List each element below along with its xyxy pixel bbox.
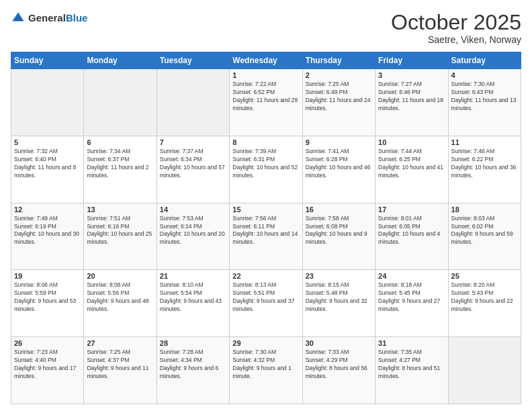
day-info: Sunrise: 8:15 AM Sunset: 5:48 PM Dayligh… <box>306 281 372 314</box>
calendar-table: SundayMondayTuesdayWednesdayThursdayFrid… <box>11 52 521 404</box>
header: GeneralBlue October 2025 Saetre, Viken, … <box>11 11 521 45</box>
day-info: Sunrise: 7:28 AM Sunset: 4:34 PM Dayligh… <box>160 349 226 381</box>
calendar-day-header: Saturday <box>448 52 521 69</box>
day-number: 26 <box>14 339 81 347</box>
calendar-cell: 11Sunrise: 7:46 AM Sunset: 6:22 PM Dayli… <box>448 136 521 203</box>
day-info: Sunrise: 7:33 AM Sunset: 4:29 PM Dayligh… <box>306 349 372 381</box>
day-info: Sunrise: 7:32 AM Sunset: 6:40 PM Dayligh… <box>14 148 81 180</box>
page: GeneralBlue October 2025 Saetre, Viken, … <box>0 0 532 411</box>
day-number: 5 <box>14 138 81 146</box>
logo-general: General <box>28 12 66 24</box>
day-number: 17 <box>378 205 445 214</box>
day-number: 15 <box>232 205 299 214</box>
calendar-cell: 21Sunrise: 8:10 AM Sunset: 5:54 PM Dayli… <box>157 270 229 337</box>
calendar-cell <box>157 69 229 136</box>
day-number: 11 <box>451 138 518 146</box>
calendar-week-row: 19Sunrise: 8:06 AM Sunset: 5:59 PM Dayli… <box>11 270 521 337</box>
calendar-cell: 7Sunrise: 7:37 AM Sunset: 6:34 PM Daylig… <box>157 136 229 203</box>
day-info: Sunrise: 7:46 AM Sunset: 6:22 PM Dayligh… <box>451 148 518 180</box>
calendar-cell <box>84 69 157 136</box>
calendar-week-row: 26Sunrise: 7:23 AM Sunset: 4:40 PM Dayli… <box>11 337 521 404</box>
calendar-cell: 8Sunrise: 7:39 AM Sunset: 6:31 PM Daylig… <box>230 136 302 203</box>
day-info: Sunrise: 7:25 AM Sunset: 4:37 PM Dayligh… <box>87 349 153 381</box>
calendar-cell: 14Sunrise: 7:53 AM Sunset: 6:14 PM Dayli… <box>157 203 229 270</box>
day-info: Sunrise: 8:06 AM Sunset: 5:59 PM Dayligh… <box>14 281 81 314</box>
day-number: 18 <box>451 205 518 214</box>
day-info: Sunrise: 8:18 AM Sunset: 5:45 PM Dayligh… <box>378 281 445 314</box>
calendar-day-header: Thursday <box>302 52 375 69</box>
day-number: 21 <box>160 272 226 280</box>
calendar-cell: 15Sunrise: 7:56 AM Sunset: 6:11 PM Dayli… <box>230 203 302 270</box>
day-info: Sunrise: 7:51 AM Sunset: 6:16 PM Dayligh… <box>87 215 153 247</box>
calendar-day-header: Tuesday <box>157 52 229 69</box>
day-number: 30 <box>306 339 372 347</box>
day-number: 4 <box>451 71 518 79</box>
day-number: 2 <box>306 71 372 79</box>
day-number: 24 <box>378 272 445 280</box>
day-info: Sunrise: 7:56 AM Sunset: 6:11 PM Dayligh… <box>232 215 299 247</box>
day-number: 10 <box>378 138 445 146</box>
day-info: Sunrise: 8:10 AM Sunset: 5:54 PM Dayligh… <box>160 281 226 314</box>
calendar-cell: 4Sunrise: 7:30 AM Sunset: 6:43 PM Daylig… <box>448 69 521 136</box>
day-number: 13 <box>87 205 153 214</box>
calendar-day-header: Monday <box>84 52 157 69</box>
day-info: Sunrise: 7:25 AM Sunset: 6:49 PM Dayligh… <box>306 81 372 113</box>
day-number: 7 <box>160 138 226 146</box>
calendar-cell: 30Sunrise: 7:33 AM Sunset: 4:29 PM Dayli… <box>302 337 375 404</box>
calendar-day-header: Sunday <box>11 52 84 69</box>
day-number: 20 <box>87 272 153 280</box>
day-number: 31 <box>378 339 445 347</box>
day-info: Sunrise: 7:49 AM Sunset: 6:19 PM Dayligh… <box>14 215 81 247</box>
day-number: 14 <box>160 205 226 214</box>
calendar-cell: 24Sunrise: 8:18 AM Sunset: 5:45 PM Dayli… <box>375 270 448 337</box>
calendar-cell: 16Sunrise: 7:58 AM Sunset: 6:08 PM Dayli… <box>302 203 375 270</box>
day-info: Sunrise: 7:35 AM Sunset: 4:27 PM Dayligh… <box>378 349 445 381</box>
day-number: 22 <box>232 272 299 280</box>
calendar-cell: 18Sunrise: 8:03 AM Sunset: 6:02 PM Dayli… <box>448 203 521 270</box>
calendar-day-header: Friday <box>375 52 448 69</box>
calendar-cell: 19Sunrise: 8:06 AM Sunset: 5:59 PM Dayli… <box>11 270 84 337</box>
logo-icon <box>11 11 26 26</box>
calendar-cell <box>448 337 521 404</box>
calendar-cell: 28Sunrise: 7:28 AM Sunset: 4:34 PM Dayli… <box>157 337 229 404</box>
day-number: 19 <box>14 272 81 280</box>
calendar-cell: 6Sunrise: 7:34 AM Sunset: 6:37 PM Daylig… <box>84 136 157 203</box>
logo: GeneralBlue <box>11 11 87 26</box>
calendar-cell: 17Sunrise: 8:01 AM Sunset: 6:05 PM Dayli… <box>375 203 448 270</box>
day-info: Sunrise: 7:58 AM Sunset: 6:08 PM Dayligh… <box>306 215 372 247</box>
day-number: 12 <box>14 205 81 214</box>
calendar-cell: 2Sunrise: 7:25 AM Sunset: 6:49 PM Daylig… <box>302 69 375 136</box>
calendar-cell: 3Sunrise: 7:27 AM Sunset: 6:46 PM Daylig… <box>375 69 448 136</box>
calendar-cell: 10Sunrise: 7:44 AM Sunset: 6:25 PM Dayli… <box>375 136 448 203</box>
calendar-cell: 25Sunrise: 8:20 AM Sunset: 5:43 PM Dayli… <box>448 270 521 337</box>
calendar-cell: 27Sunrise: 7:25 AM Sunset: 4:37 PM Dayli… <box>84 337 157 404</box>
day-number: 6 <box>87 138 153 146</box>
day-number: 29 <box>232 339 299 347</box>
calendar-cell: 1Sunrise: 7:22 AM Sunset: 6:52 PM Daylig… <box>230 69 302 136</box>
calendar-cell: 12Sunrise: 7:49 AM Sunset: 6:19 PM Dayli… <box>11 203 84 270</box>
calendar-cell: 13Sunrise: 7:51 AM Sunset: 6:16 PM Dayli… <box>84 203 157 270</box>
day-info: Sunrise: 7:30 AM Sunset: 6:43 PM Dayligh… <box>451 81 518 113</box>
day-number: 28 <box>160 339 226 347</box>
calendar-cell: 29Sunrise: 7:30 AM Sunset: 4:32 PM Dayli… <box>230 337 302 404</box>
day-number: 16 <box>306 205 372 214</box>
calendar-cell: 23Sunrise: 8:15 AM Sunset: 5:48 PM Dayli… <box>302 270 375 337</box>
logo-blue: Blue <box>66 12 88 24</box>
day-info: Sunrise: 7:22 AM Sunset: 6:52 PM Dayligh… <box>232 81 299 113</box>
day-number: 25 <box>451 272 518 280</box>
day-info: Sunrise: 7:27 AM Sunset: 6:46 PM Dayligh… <box>378 81 445 113</box>
calendar-cell: 5Sunrise: 7:32 AM Sunset: 6:40 PM Daylig… <box>11 136 84 203</box>
day-info: Sunrise: 8:20 AM Sunset: 5:43 PM Dayligh… <box>451 281 518 314</box>
calendar-cell: 26Sunrise: 7:23 AM Sunset: 4:40 PM Dayli… <box>11 337 84 404</box>
day-number: 8 <box>232 138 299 146</box>
day-info: Sunrise: 7:34 AM Sunset: 6:37 PM Dayligh… <box>87 148 153 180</box>
day-info: Sunrise: 7:44 AM Sunset: 6:25 PM Dayligh… <box>378 148 445 180</box>
calendar-week-row: 5Sunrise: 7:32 AM Sunset: 6:40 PM Daylig… <box>11 136 521 203</box>
calendar-cell: 9Sunrise: 7:41 AM Sunset: 6:28 PM Daylig… <box>302 136 375 203</box>
day-info: Sunrise: 7:37 AM Sunset: 6:34 PM Dayligh… <box>160 148 226 180</box>
calendar-week-row: 1Sunrise: 7:22 AM Sunset: 6:52 PM Daylig… <box>11 69 521 136</box>
day-number: 23 <box>306 272 372 280</box>
calendar-cell: 22Sunrise: 8:13 AM Sunset: 5:51 PM Dayli… <box>230 270 302 337</box>
day-number: 9 <box>306 138 372 146</box>
calendar-week-row: 12Sunrise: 7:49 AM Sunset: 6:19 PM Dayli… <box>11 203 521 270</box>
